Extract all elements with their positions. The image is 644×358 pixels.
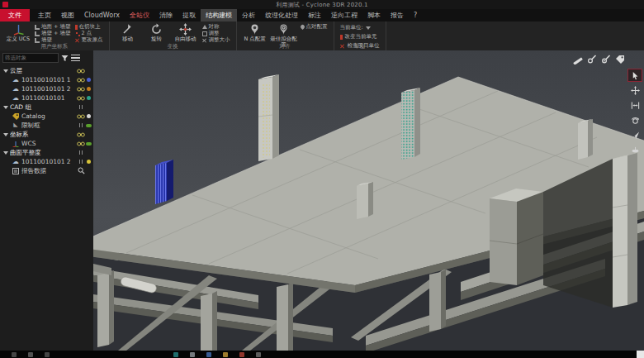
taskbar-app-icon[interactable]: [256, 352, 261, 357]
tree-item-cloud-2[interactable]: ☁ 10110010101 2: [0, 84, 93, 93]
color-swatch[interactable]: [87, 96, 91, 100]
ucs-wall-button[interactable]: 墙壁: [35, 37, 71, 43]
color-swatch[interactable]: [87, 87, 91, 91]
viewport-3d[interactable]: [93, 50, 644, 351]
ruler-pen-icon[interactable]: [572, 54, 584, 65]
tab-labels[interactable]: 标注: [303, 9, 326, 21]
select-cursor-icon[interactable]: [627, 69, 642, 82]
probe-measure-icon[interactable]: [586, 54, 598, 65]
model-column-speckled[interactable]: [258, 74, 279, 161]
walkthrough-icon[interactable]: [627, 143, 642, 156]
tree-group-coordinate-systems[interactable]: 坐标系: [0, 130, 93, 139]
color-swatch[interactable]: [87, 160, 91, 164]
visibility-on-icon[interactable]: [76, 114, 86, 119]
tab-texturing[interactable]: 纹理化处理: [260, 9, 303, 21]
visibility-on-icon[interactable]: [76, 132, 86, 137]
change-current-unit-button[interactable]: 改变当前单元: [340, 33, 380, 41]
filter-funnel-icon[interactable]: [61, 55, 69, 62]
ucs-on-slice-button[interactable]: 在切块上: [75, 24, 103, 30]
taskbar-app-icon[interactable]: [190, 352, 195, 357]
ribbon-group-transform: 移动 旋转 自由移动 对称 调整 调整大小 变换: [110, 21, 237, 50]
tab-help[interactable]: ?: [409, 9, 422, 21]
free-move-button[interactable]: 自由移动: [173, 23, 198, 42]
tree-item-catalog[interactable]: Catalog: [0, 112, 93, 121]
windows-taskbar[interactable]: [0, 351, 644, 358]
point-pair-registration-button[interactable]: 点对配置: [301, 24, 328, 30]
file-menu-button[interactable]: 文件: [0, 9, 30, 21]
tab-structural-modeling[interactable]: 结构建模: [201, 9, 237, 21]
move-button[interactable]: 移动: [116, 23, 140, 42]
tab-total-station[interactable]: 全站仪: [125, 9, 154, 21]
filter-objects-input[interactable]: [2, 53, 59, 63]
pan-icon[interactable]: [627, 84, 642, 97]
n-points-registration-button[interactable]: N 点配置: [243, 23, 268, 42]
model-column-teal-scan[interactable]: [401, 88, 420, 160]
model-tower[interactable]: [490, 189, 543, 285]
tree-group-surface-flatness[interactable]: 曲面平整度: [0, 148, 93, 157]
model-column-mid[interactable]: [357, 182, 373, 219]
resize-button[interactable]: 调整大小: [202, 37, 230, 43]
current-unit-dropdown[interactable]: 当前单位:: [340, 24, 380, 31]
tab-view[interactable]: 视图: [56, 9, 79, 21]
tab-script[interactable]: 脚本: [362, 9, 386, 21]
color-swatch[interactable]: [86, 142, 92, 146]
taskbar-app-icon[interactable]: [223, 352, 228, 357]
define-ucs-button[interactable]: 定义 UCS: [6, 23, 31, 42]
tree-item-cloud-1[interactable]: ☁ 10110010101 1: [0, 75, 93, 84]
taskbar-app-icon[interactable]: [206, 352, 211, 357]
model-column-blue-scan[interactable]: [155, 160, 173, 204]
tab-clean[interactable]: 清除: [154, 9, 178, 21]
tree-item-wcs[interactable]: WCS: [0, 139, 93, 148]
color-swatch[interactable]: [87, 114, 91, 118]
taskbar-app-icon[interactable]: [45, 352, 50, 357]
visibility-off-icon[interactable]: [76, 105, 86, 109]
model-right-column[interactable]: [613, 153, 637, 308]
visibility-on-icon[interactable]: [76, 96, 86, 101]
visibility-off-icon[interactable]: [76, 160, 86, 164]
report-icon: [12, 168, 19, 174]
ucs-change-origin-button[interactable]: 更改原点: [75, 37, 103, 43]
tab-report[interactable]: 报告: [386, 9, 409, 21]
visibility-on-icon[interactable]: [76, 87, 86, 92]
orbit-icon[interactable]: [627, 113, 642, 126]
caret-icon: [3, 69, 8, 73]
model-column-back-right[interactable]: [578, 119, 593, 160]
color-swatch[interactable]: [86, 124, 92, 127]
ucs-wall-wall-button[interactable]: 墙壁 + 墙壁: [35, 31, 71, 36]
tab-analysis[interactable]: 分析: [237, 9, 260, 21]
taskbar-app-icon[interactable]: [12, 352, 17, 357]
show-desktop-button[interactable]: [637, 351, 644, 358]
building-model-canvas[interactable]: [93, 50, 644, 351]
fit-view-icon[interactable]: [627, 98, 642, 112]
color-swatch[interactable]: [87, 78, 91, 82]
adjust-button[interactable]: 调整: [202, 31, 230, 36]
tree-item-report-data[interactable]: 报告数据: [0, 166, 93, 175]
navigate-icon[interactable]: [627, 128, 642, 141]
taskbar-app-icon[interactable]: [173, 352, 178, 357]
tree-item-flatness-cloud[interactable]: ☁ 10110010101 2: [0, 157, 93, 166]
visibility-on-icon[interactable]: [76, 78, 86, 83]
panel-menu-icon[interactable]: [71, 54, 80, 63]
rotate-button[interactable]: 旋转: [144, 23, 169, 42]
taskbar-app-icon[interactable]: [28, 352, 33, 357]
tab-reverse-engineering[interactable]: 逆向工程: [326, 9, 362, 21]
tab-cloudworx[interactable]: CloudWorx: [79, 9, 125, 21]
ucs-ground-wall-button[interactable]: 地面 + 墙壁: [35, 24, 71, 30]
tree-group-clouds[interactable]: 云层: [0, 66, 93, 75]
visibility-on-icon[interactable]: [76, 141, 86, 146]
visibility-off-icon[interactable]: [76, 123, 86, 127]
tree-item-cloud-3[interactable]: ☁ 10110010101: [0, 93, 93, 103]
taskbar-app-icon[interactable]: [239, 352, 244, 357]
visibility-on-icon[interactable]: [76, 69, 86, 74]
pin-target-icon: [277, 23, 290, 36]
tab-extract[interactable]: 提取: [178, 9, 201, 21]
axis-icon: [12, 141, 19, 147]
tag-label-icon[interactable]: [614, 54, 626, 65]
ucs-two-points-button[interactable]: 2 点: [75, 31, 103, 36]
visibility-off-icon[interactable]: [76, 150, 86, 155]
mirror-button[interactable]: 对称: [202, 24, 230, 30]
tree-group-cad[interactable]: CAD 组: [0, 103, 93, 112]
probe-point-icon[interactable]: [600, 54, 612, 65]
tab-home[interactable]: 主页: [33, 9, 56, 21]
tree-item-limit-box[interactable]: ◣ 限制框: [0, 121, 93, 130]
